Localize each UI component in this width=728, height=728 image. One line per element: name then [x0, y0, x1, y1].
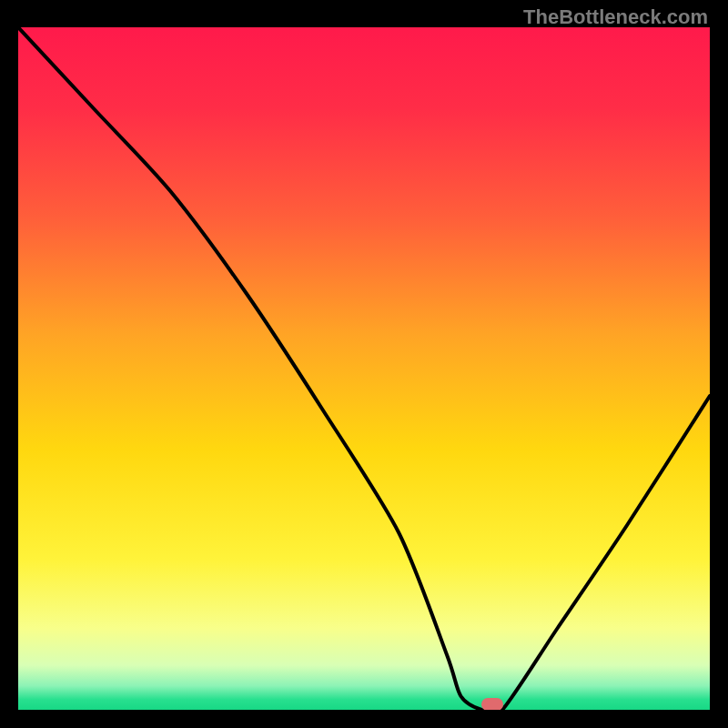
- plot-area: [18, 27, 710, 710]
- bottleneck-curve: [18, 27, 710, 710]
- chart-frame: TheBottleneck.com: [0, 0, 728, 728]
- optimal-marker: [481, 698, 503, 710]
- watermark-text: TheBottleneck.com: [523, 5, 708, 29]
